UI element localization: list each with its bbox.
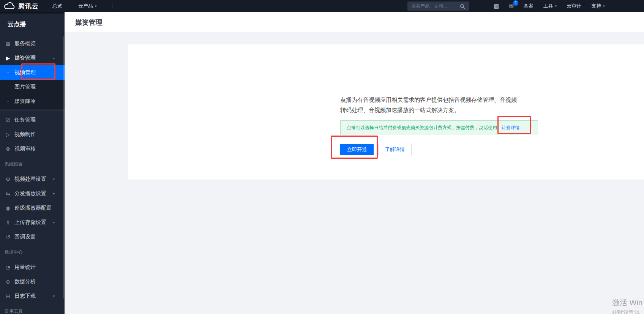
windows-activation-watermark: 激活 Win 转到“设置”以 xyxy=(612,298,642,314)
player-gear-icon: ◉ xyxy=(5,205,11,211)
service-description: 点播为有音视频应用相关需求的客户提供包括音视频存储管理、音视频 转码处理、音视频… xyxy=(340,95,517,115)
sidebar-item-label: 视频管理 xyxy=(14,69,55,76)
topbar-right-menu: ▩✉1备案工具▾云审计支持▾ xyxy=(494,0,605,12)
topbar-item-cloud-audit[interactable]: 云审计 xyxy=(567,3,581,9)
checklist-icon: ☑ xyxy=(5,117,11,123)
search-icon[interactable] xyxy=(460,4,464,8)
topbar-nav-label: 云产品 xyxy=(78,3,93,9)
search-input[interactable] xyxy=(407,3,460,9)
topbar-item-label: 支持 xyxy=(591,3,601,9)
sidebar-item-video-management[interactable]: ·视频管理 xyxy=(0,65,65,80)
topbar-item-label: 工具 xyxy=(543,3,553,9)
gear-icon: ⚙ xyxy=(5,176,11,182)
learn-more-button[interactable]: 了解详情 xyxy=(378,144,412,155)
sidebar-item-service-overview[interactable]: ▦服务概览 xyxy=(0,36,65,51)
sidebar-item-label: 上传存储设置 xyxy=(14,219,53,226)
calendar-icon: ⊟ xyxy=(5,293,11,299)
sidebar-item-callback-settings[interactable]: ↺回调设置 xyxy=(0,230,65,244)
sidebar-item-data-analysis[interactable]: ⊕数据分析 xyxy=(0,275,65,289)
page-header: 媒资管理 xyxy=(65,12,644,32)
sidebar-item-distribution-playback-settings[interactable]: ⇆分发播放设置▾ xyxy=(0,186,65,201)
sidebar-divider xyxy=(0,109,65,113)
sidebar-item-label: 超级播放器配置 xyxy=(14,205,55,211)
media-play-icon: ▶ xyxy=(5,55,11,61)
sidebar-item-video-review[interactable]: ⊚视频审核 xyxy=(0,142,65,156)
sidebar-item-label: 用量统计 xyxy=(14,264,55,271)
page-title: 媒资管理 xyxy=(75,18,103,27)
tencent-cloud-logo[interactable]: 腾讯云 xyxy=(0,2,39,11)
topbar-item-tools[interactable]: 工具▾ xyxy=(543,3,557,9)
activate-now-button[interactable]: 立即开通 xyxy=(340,144,374,155)
cloud-logo-icon xyxy=(4,2,15,10)
sidebar-section-common-tools: 常用工具 xyxy=(0,303,65,314)
sidebar-item-label: 分发播放设置 xyxy=(14,190,53,197)
sidebar-item-label: 日志下载 xyxy=(14,293,53,300)
sidebar-item-video-production[interactable]: ▷视频制作 xyxy=(0,127,65,142)
billing-notice: 点播可以选择日结后付费或预先购买资源包计费方式，按需付费，灵活使用。 计费详情 xyxy=(340,120,538,135)
sidebar-item-label: 媒资降冷 xyxy=(14,98,55,105)
sidebar-item-label: 视频处理设置 xyxy=(14,176,53,183)
pie-icon: ◔ xyxy=(5,264,11,270)
sidebar-item-label: 图片管理 xyxy=(14,84,55,90)
sidebar-item-label: 视频审核 xyxy=(14,145,55,152)
sidebar-item-log-download[interactable]: ⊟日志下载▾ xyxy=(0,289,65,303)
sidebar-item-media-cooling[interactable]: ·媒资降冷 xyxy=(0,94,65,109)
play-circle-icon: ⊚ xyxy=(5,146,11,152)
logo-text: 腾讯云 xyxy=(18,2,39,11)
sidebar-item-superplayer-config[interactable]: ◉超级播放器配置 xyxy=(0,201,65,215)
qr-code-icon[interactable]: ▩ xyxy=(494,3,499,9)
service-description-line2: 转码处理、音视频加速播放的一站式解决方案。 xyxy=(340,105,517,115)
play-outline-icon: ▷ xyxy=(5,131,11,137)
topbar-item-label: 云审计 xyxy=(567,3,581,9)
chevron-down-icon: ▾ xyxy=(555,4,557,8)
chevron-down-icon: ▾ xyxy=(53,221,55,224)
sidebar-item-label: 数据分析 xyxy=(14,278,55,285)
grid-icon: ▦ xyxy=(5,41,11,47)
sidebar-item-label: 媒资管理 xyxy=(14,55,53,62)
topbar-item-support[interactable]: 支持▾ xyxy=(591,3,605,9)
product-title: 云点播 xyxy=(0,12,65,36)
action-buttons: 立即开通 了解详情 xyxy=(340,144,412,155)
billing-notice-text: 点播可以选择日结后付费或预先购买资源包计费方式，按需付费，灵活使用。 xyxy=(347,125,502,131)
sidebar-item-media-management[interactable]: ▶媒资管理▴ xyxy=(0,51,65,65)
sidebar: 云点播 ▦服务概览▶媒资管理▴·视频管理·图片管理·媒资降冷☑任务管理▷视频制作… xyxy=(0,12,65,314)
topbar-divider xyxy=(112,3,112,9)
screen: 腾讯云 总览云产品▾ ▩✉1备案工具▾云审计支持▾ 云点播 ▦服务概览▶媒资管理… xyxy=(0,0,644,314)
mail-icon[interactable]: ✉1 xyxy=(509,3,514,9)
upload-icon: ⇧ xyxy=(5,219,11,226)
sidebar-item-video-processing-settings[interactable]: ⚙视频处理设置▾ xyxy=(0,172,65,186)
bullet-icon: · xyxy=(5,69,11,76)
sidebar-item-upload-storage-settings[interactable]: ⇧上传存储设置▾ xyxy=(0,215,65,230)
service-description-line1: 点播为有音视频应用相关需求的客户提供包括音视频存储管理、音视频 xyxy=(340,95,517,105)
chevron-down-icon: ▾ xyxy=(53,177,55,181)
bullet-icon: · xyxy=(5,84,11,91)
topbar: 腾讯云 总览云产品▾ ▩✉1备案工具▾云审计支持▾ xyxy=(0,0,644,12)
chevron-down-icon: ▾ xyxy=(603,4,605,8)
sidebar-item-label: 任务管理 xyxy=(14,117,55,123)
sidebar-section-data-center: 数据中心 xyxy=(0,244,65,260)
topbar-item-icp-filing[interactable]: 备案 xyxy=(524,3,534,9)
sidebar-item-label: 视频制作 xyxy=(14,131,55,138)
analysis-icon: ⊕ xyxy=(5,279,11,285)
topbar-nav-overview[interactable]: 总览 xyxy=(52,3,62,9)
billing-details-link[interactable]: 计费详情 xyxy=(502,125,520,131)
sidebar-item-task-management[interactable]: ☑任务管理 xyxy=(0,113,65,127)
sidebar-menu: ▦服务概览▶媒资管理▴·视频管理·图片管理·媒资降冷☑任务管理▷视频制作⊚视频审… xyxy=(0,36,65,314)
sidebar-item-label: 回调设置 xyxy=(14,234,55,240)
bullet-icon: · xyxy=(5,98,11,105)
callback-icon: ↺ xyxy=(5,234,11,240)
distribute-icon: ⇆ xyxy=(5,191,11,197)
sidebar-item-image-management[interactable]: ·图片管理 xyxy=(0,80,65,94)
mail-badge: 1 xyxy=(513,0,518,6)
watermark-line1: 激活 Win xyxy=(612,298,642,308)
topbar-nav-cloud-products[interactable]: 云产品▾ xyxy=(78,3,97,9)
chevron-down-icon: ▾ xyxy=(95,4,97,8)
sidebar-item-usage-statistics[interactable]: ◔用量统计 xyxy=(0,260,65,275)
topbar-nav: 总览云产品▾ xyxy=(52,3,97,9)
topbar-item-label: 备案 xyxy=(524,3,534,9)
product-search xyxy=(407,2,469,11)
chevron-down-icon: ▾ xyxy=(53,294,55,298)
chevron-down-icon: ▾ xyxy=(53,192,55,196)
sidebar-scrollbar[interactable] xyxy=(63,36,64,298)
chevron-up-icon: ▴ xyxy=(53,56,55,60)
